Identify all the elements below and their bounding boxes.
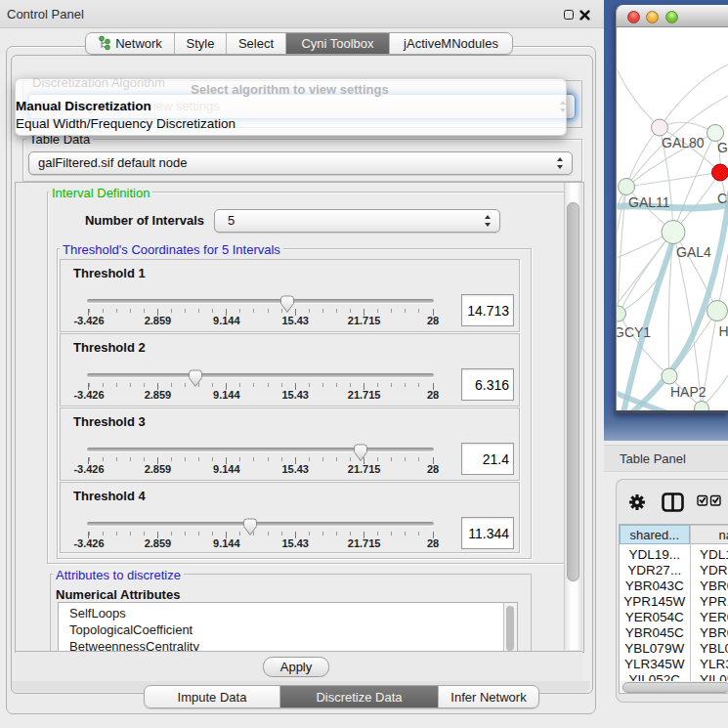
svg-text:HAP2: HAP2 xyxy=(670,384,707,400)
svg-text:GAL4: GAL4 xyxy=(676,244,711,260)
svg-text:CRP1: CRP1 xyxy=(717,191,728,206)
svg-text:GAL3: GAL3 xyxy=(717,140,728,155)
svg-text:GAL11: GAL11 xyxy=(628,194,670,210)
svg-text:GCY1: GCY1 xyxy=(614,324,651,340)
svg-text:HXT: HXT xyxy=(719,323,728,339)
svg-text:GAL80: GAL80 xyxy=(662,135,705,150)
